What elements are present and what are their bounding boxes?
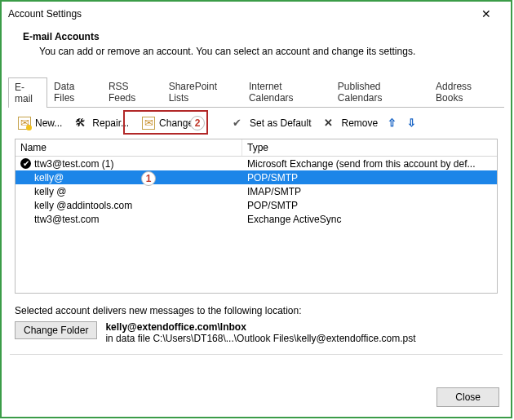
account-type: IMAP/SMTP bbox=[242, 186, 497, 197]
repair-button[interactable]: Repair... bbox=[70, 114, 134, 132]
separator bbox=[10, 354, 503, 355]
set-default-label: Set as Default bbox=[250, 117, 311, 129]
window-close-button[interactable]: ✕ bbox=[468, 2, 504, 25]
accounts-list-header: Name Type bbox=[16, 139, 497, 157]
change-folder-button[interactable]: Change Folder bbox=[15, 321, 97, 339]
move-up-button[interactable] bbox=[386, 114, 402, 132]
close-button[interactable]: Close bbox=[436, 387, 499, 407]
delivery-location-path: kelly@extendoffice.com\Inbox bbox=[105, 321, 415, 333]
accounts-list-body: ✔ ttw3@test.com (1) Microsoft Exchange (… bbox=[16, 157, 497, 226]
remove-button[interactable]: Remove bbox=[319, 114, 383, 132]
arrow-up-icon bbox=[388, 117, 401, 130]
column-header-type[interactable]: Type bbox=[242, 139, 497, 156]
section-heading: E-mail Accounts bbox=[23, 31, 493, 42]
close-icon: ✕ bbox=[481, 7, 491, 20]
set-default-button[interactable]: Set as Default bbox=[228, 114, 316, 132]
account-name: ttw3@test.com bbox=[34, 214, 100, 225]
tab-strip: E-mail Data Files RSS Feeds SharePoint L… bbox=[8, 77, 504, 108]
account-type: Exchange ActiveSync bbox=[242, 214, 497, 225]
new-label: New... bbox=[35, 117, 62, 129]
column-header-name[interactable]: Name bbox=[16, 139, 242, 156]
account-type: POP/SMTP bbox=[242, 200, 497, 211]
move-down-button[interactable] bbox=[405, 114, 422, 132]
delivery-location: Selected account delivers new messages t… bbox=[15, 305, 498, 344]
account-row[interactable]: kelly @ IMAP/SMTP bbox=[16, 184, 497, 198]
title-bar: Account Settings ✕ bbox=[2, 2, 511, 26]
tab-email[interactable]: E-mail bbox=[8, 77, 47, 108]
account-name: kelly @ bbox=[34, 186, 67, 197]
delivery-data-file: in data file C:\Users\DT168\...\Outlook … bbox=[105, 333, 415, 344]
section-header: E-mail Accounts You can add or remove an… bbox=[2, 26, 511, 59]
new-mail-icon bbox=[18, 117, 31, 130]
tab-internet-calendars[interactable]: Internet Calendars bbox=[242, 77, 331, 107]
tab-address-books[interactable]: Address Books bbox=[429, 77, 504, 107]
account-type: Microsoft Exchange (send from this accou… bbox=[242, 158, 497, 170]
remove-icon bbox=[324, 117, 337, 130]
accounts-list: Name Type ✔ ttw3@test.com (1) Microsoft … bbox=[15, 139, 498, 294]
new-button[interactable]: New... bbox=[13, 114, 67, 132]
account-row[interactable]: kelly @addintools.com POP/SMTP bbox=[16, 198, 497, 212]
delivery-caption: Selected account delivers new messages t… bbox=[15, 305, 498, 316]
set-default-icon bbox=[233, 117, 246, 130]
window-title: Account Settings bbox=[8, 8, 468, 20]
account-name: ttw3@test.com (1) bbox=[34, 158, 114, 170]
annotation-badge-1: 1 bbox=[141, 171, 156, 186]
default-account-icon: ✔ bbox=[20, 158, 31, 169]
repair-icon bbox=[75, 117, 88, 130]
account-row[interactable]: ✔ ttw3@test.com (1) Microsoft Exchange (… bbox=[16, 157, 497, 170]
annotation-badge-2: 2 bbox=[190, 116, 205, 130]
account-name: kelly @addintools.com bbox=[34, 200, 132, 211]
account-name: kelly@ bbox=[34, 172, 64, 183]
tab-rss-feeds[interactable]: RSS Feeds bbox=[102, 77, 162, 107]
repair-label: Repair... bbox=[92, 117, 129, 129]
change-icon bbox=[142, 117, 155, 130]
section-description: You can add or remove an account. You ca… bbox=[39, 46, 493, 57]
remove-label: Remove bbox=[341, 117, 378, 129]
account-row[interactable]: kelly@ POP/SMTP bbox=[16, 170, 497, 184]
account-type: POP/SMTP bbox=[242, 172, 497, 183]
tab-published-calendars[interactable]: Published Calendars bbox=[331, 77, 429, 107]
arrow-down-icon bbox=[407, 117, 420, 130]
toolbar: New... Repair... Change... Set as Defaul… bbox=[2, 108, 511, 139]
tab-sharepoint-lists[interactable]: SharePoint Lists bbox=[162, 77, 242, 107]
delivery-details: kelly@extendoffice.com\Inbox in data fil… bbox=[105, 321, 415, 344]
tab-data-files[interactable]: Data Files bbox=[47, 77, 102, 107]
account-row[interactable]: ttw3@test.com Exchange ActiveSync bbox=[16, 212, 497, 226]
